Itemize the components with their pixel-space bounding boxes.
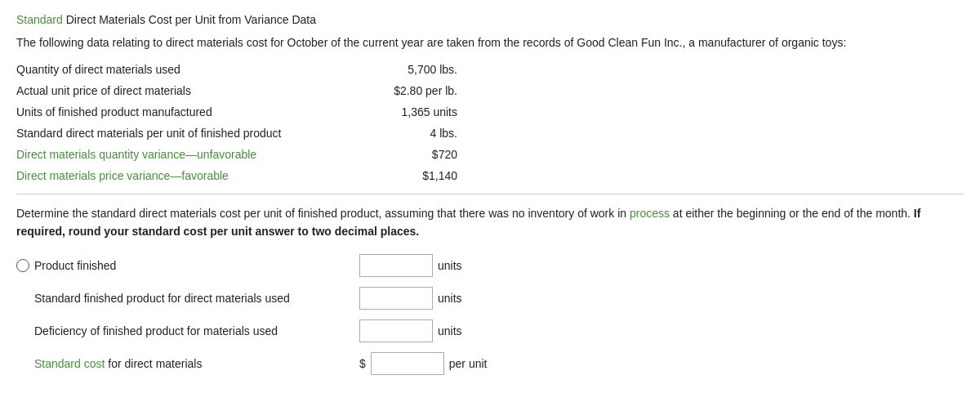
instruction-text: Determine the standard direct materials … xyxy=(16,204,964,241)
title-rest-part: Direct Materials Cost per Unit from Vari… xyxy=(63,13,316,26)
data-label-3: Standard direct materials per unit of fi… xyxy=(16,127,359,140)
data-row-5: Direct materials price variance—favorabl… xyxy=(16,169,964,182)
standard-finished-input[interactable] xyxy=(359,287,433,310)
input-label-3: Standard cost for direct materials xyxy=(34,357,202,370)
input-label-1: Standard finished product for direct mat… xyxy=(34,292,290,305)
data-row-1: Actual unit price of direct materials $2… xyxy=(16,84,964,97)
data-row-2: Units of finished product manufactured 1… xyxy=(16,105,964,118)
input-label-wrapper-1: Standard finished product for direct mat… xyxy=(16,292,359,305)
input-unit-1: units xyxy=(438,292,462,305)
data-label-0: Quantity of direct materials used xyxy=(16,63,359,76)
data-value-3: 4 lbs. xyxy=(359,127,457,140)
data-label-1: Actual unit price of direct materials xyxy=(16,84,359,97)
input-label-wrapper-0: Product finished xyxy=(16,259,359,272)
input-label-3-rest: for direct materials xyxy=(108,357,202,370)
input-row-deficiency: Deficiency of finished product for mater… xyxy=(16,319,964,342)
input-label-2: Deficiency of finished product for mater… xyxy=(34,324,278,337)
product-finished-input[interactable] xyxy=(359,254,433,277)
input-row-standard-cost: Standard cost for direct materials $ per… xyxy=(16,352,964,375)
standard-cost-input[interactable] xyxy=(371,352,444,375)
dollar-prefix: $ xyxy=(359,357,366,370)
page-title: Standard Direct Materials Cost per Unit … xyxy=(16,13,964,26)
data-row-4: Direct materials quantity variance—unfav… xyxy=(16,148,964,161)
instruction-part1: Determine the standard direct materials … xyxy=(16,207,630,220)
data-value-5: $1,140 xyxy=(359,169,457,182)
input-field-wrapper-3: $ per unit xyxy=(359,352,488,375)
data-value-2: 1,365 units xyxy=(359,105,457,118)
input-row-standard-finished: Standard finished product for direct mat… xyxy=(16,287,964,310)
input-label-wrapper-3: Standard cost for direct materials xyxy=(16,357,359,370)
data-section: Quantity of direct materials used 5,700 … xyxy=(16,63,964,182)
input-label-wrapper-2: Deficiency of finished product for mater… xyxy=(16,324,359,337)
input-unit-2: units xyxy=(438,324,462,337)
data-label-4: Direct materials quantity variance—unfav… xyxy=(16,148,359,161)
data-value-0: 5,700 lbs. xyxy=(359,63,457,76)
title-green-part: Standard xyxy=(16,13,63,26)
input-label-0: Product finished xyxy=(34,259,116,272)
input-row-product-finished: Product finished units xyxy=(16,254,964,277)
instruction-part2: at either the beginning or the end of th… xyxy=(670,207,914,220)
data-row-0: Quantity of direct materials used 5,700 … xyxy=(16,63,964,76)
input-unit-0: units xyxy=(438,259,462,272)
input-field-wrapper-2: units xyxy=(359,319,462,342)
input-unit-3: per unit xyxy=(449,357,488,370)
instruction-process-word: process xyxy=(630,207,670,220)
data-label-5: Direct materials price variance—favorabl… xyxy=(16,169,359,182)
input-field-wrapper-1: units xyxy=(359,287,462,310)
input-field-wrapper-0: units xyxy=(359,254,462,277)
data-value-4: $720 xyxy=(359,148,457,161)
data-value-1: $2.80 per lb. xyxy=(359,84,457,97)
description-text: The following data relating to direct ma… xyxy=(16,34,964,51)
bullet-icon-0 xyxy=(16,259,29,272)
deficiency-input[interactable] xyxy=(359,319,433,342)
data-label-2: Units of finished product manufactured xyxy=(16,105,359,118)
input-section: Product finished units Standard finished… xyxy=(16,254,964,375)
divider xyxy=(16,194,964,194)
data-row-3: Standard direct materials per unit of fi… xyxy=(16,127,964,140)
